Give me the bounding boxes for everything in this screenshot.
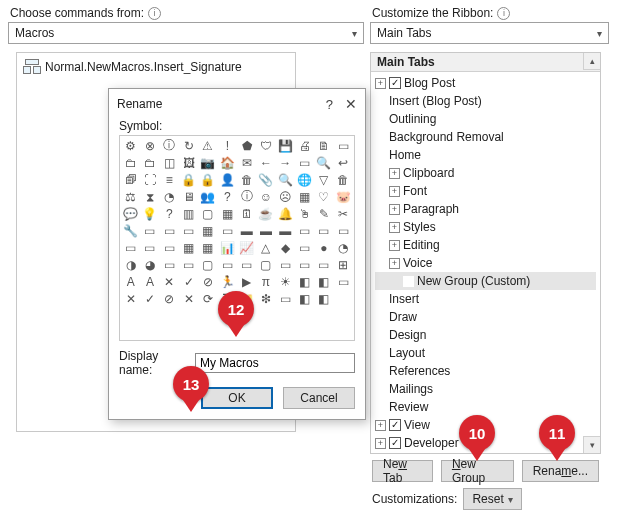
symbol-cell[interactable]: ▭ [160,222,179,239]
symbol-cell[interactable]: ◧ [314,273,333,290]
expand-icon[interactable]: + [389,204,400,215]
symbol-cell[interactable]: ▬ [256,222,275,239]
symbol-cell[interactable]: ☹ [276,188,295,205]
symbol-cell[interactable]: ▭ [295,222,314,239]
symbol-cell[interactable]: ▦ [295,188,314,205]
symbol-cell[interactable]: ⟳ [198,290,217,307]
symbol-cell[interactable]: 🖼 [179,154,198,171]
symbol-cell[interactable]: ▭ [276,256,295,273]
symbol-cell[interactable]: ◧ [295,290,314,307]
symbol-cell[interactable]: ↩ [334,154,353,171]
symbol-cell[interactable]: ▭ [334,137,353,154]
info-icon[interactable]: i [148,7,161,20]
symbol-cell[interactable]: ✕ [179,290,198,307]
symbol-cell[interactable]: 🗀 [140,154,159,171]
symbol-cell[interactable]: ◆ [276,239,295,256]
symbol-cell[interactable]: ▭ [314,256,333,273]
symbol-cell[interactable]: ◫ [160,154,179,171]
symbol-cell[interactable]: ◧ [295,273,314,290]
symbol-cell[interactable]: ? [160,205,179,222]
symbol-cell[interactable]: 🔍 [314,154,333,171]
symbol-cell[interactable]: ☺ [256,188,275,205]
symbol-cell[interactable]: ◕ [140,256,159,273]
expand-icon[interactable]: + [375,420,386,431]
expand-icon[interactable]: + [389,240,400,251]
symbol-cell[interactable]: ⊞ [334,256,353,273]
symbol-cell[interactable]: ▭ [276,290,295,307]
display-name-input[interactable] [195,353,355,373]
symbol-cell[interactable]: ⓘ [160,137,179,154]
symbol-cell[interactable]: ▢ [198,256,217,273]
symbol-cell[interactable]: ▢ [256,256,275,273]
symbol-cell[interactable]: ⊘ [198,273,217,290]
reset-dropdown-button[interactable]: Reset ▾ [463,488,521,510]
symbol-cell[interactable]: 👥 [198,188,217,205]
symbol-cell[interactable]: ▭ [295,154,314,171]
symbol-cell[interactable]: → [276,154,295,171]
tree-node[interactable]: Review [375,398,596,416]
symbol-cell[interactable]: A [121,273,140,290]
symbol-cell[interactable]: 🔔 [276,205,295,222]
expand-icon[interactable]: + [389,258,400,269]
symbol-cell[interactable]: 📊 [218,239,237,256]
tree-node[interactable]: Insert [375,290,596,308]
cancel-button[interactable]: Cancel [283,387,355,409]
symbol-cell[interactable]: 🌐 [295,171,314,188]
symbol-cell[interactable]: 🔍 [276,171,295,188]
symbol-cell[interactable]: ▭ [218,222,237,239]
new-tab-button[interactable]: New Tab [372,460,433,482]
symbol-cell[interactable]: ☀ [276,273,295,290]
symbol-cell[interactable]: 🖥 [179,188,198,205]
symbol-cell[interactable]: ✓ [179,273,198,290]
info-icon[interactable]: i [497,7,510,20]
expand-icon[interactable]: + [375,78,386,89]
tree-node[interactable]: Home [375,146,596,164]
symbol-cell[interactable]: ⊗ [140,137,159,154]
tree-node[interactable]: +Clipboard [375,164,596,182]
symbol-cell[interactable]: ▭ [334,222,353,239]
checkbox[interactable] [389,437,401,449]
expand-icon[interactable]: + [389,222,400,233]
symbol-cell[interactable]: ! [218,137,237,154]
new-group-button[interactable]: New Group [441,460,514,482]
symbol-cell[interactable]: 💬 [121,205,140,222]
symbol-cell[interactable]: ▬ [237,222,256,239]
tree-node[interactable]: Mailings [375,380,596,398]
tree-node[interactable]: +Paragraph [375,200,596,218]
close-icon[interactable]: ✕ [345,96,357,112]
symbol-cell[interactable]: ✂ [334,205,353,222]
checkbox[interactable] [389,419,401,431]
symbol-cell[interactable]: ▭ [179,222,198,239]
symbol-cell[interactable]: 🖨 [295,137,314,154]
symbol-cell[interactable]: ◔ [334,239,353,256]
symbol-cell[interactable]: A [140,273,159,290]
symbol-cell[interactable]: 🐷 [334,188,353,205]
symbol-cell[interactable]: ⚖ [121,188,140,205]
tree-node[interactable]: References [375,362,596,380]
symbol-cell[interactable]: ◑ [121,256,140,273]
expand-icon[interactable]: + [375,438,386,449]
symbol-cell[interactable]: 🔒 [179,171,198,188]
symbol-cell[interactable]: ⬟ [237,137,256,154]
symbol-cell[interactable]: 🗀 [121,154,140,171]
symbol-cell[interactable]: ✉ [237,154,256,171]
symbol-cell[interactable]: 💾 [276,137,295,154]
ribbon-tree[interactable]: ▴ ▾ Main Tabs +Blog PostInsert (Blog Pos… [370,52,601,454]
symbol-cell[interactable]: 🗎 [314,137,333,154]
tree-node[interactable]: Design [375,326,596,344]
symbol-cell[interactable]: ◧ [314,290,333,307]
symbol-cell[interactable]: 🗊 [121,171,140,188]
symbol-cell[interactable]: 🔧 [121,222,140,239]
choose-commands-dropdown[interactable]: Macros ▾ [8,22,364,44]
dialog-titlebar[interactable]: Rename ? ✕ [109,89,365,119]
symbol-cell[interactable]: ▦ [198,222,217,239]
symbol-cell[interactable]: 📈 [237,239,256,256]
expand-icon[interactable]: + [389,168,400,179]
tree-node[interactable]: +Voice [375,254,596,272]
symbol-cell[interactable]: ▭ [314,222,333,239]
symbol-cell[interactable]: ✓ [140,290,159,307]
list-item[interactable]: Normal.NewMacros.Insert_Signature [23,59,289,75]
symbol-cell[interactable]: 🔒 [198,171,217,188]
tree-node[interactable]: Layout [375,344,596,362]
symbol-cell[interactable]: 📎 [256,171,275,188]
